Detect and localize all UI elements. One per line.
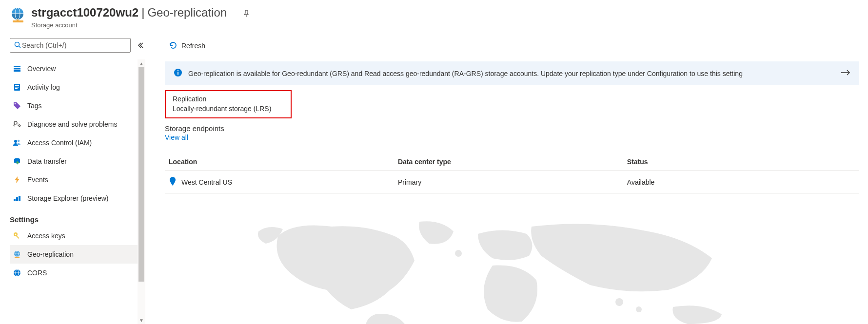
refresh-icon: [169, 41, 178, 51]
col-status: Status: [623, 153, 859, 171]
search-input[interactable]: [21, 41, 126, 50]
locations-table: Location Data center type Status West Ce…: [165, 153, 859, 193]
resource-type: Storage account: [31, 21, 227, 29]
col-dc-type: Data center type: [394, 153, 623, 171]
sidebar-item-diagnose[interactable]: Diagnose and solve problems: [10, 115, 145, 133]
storage-explorer-icon: [13, 194, 21, 203]
view-all-link[interactable]: View all: [165, 133, 859, 141]
sidebar-item-data-transfer[interactable]: Data transfer: [10, 152, 145, 171]
svg-point-36: [615, 298, 623, 306]
data-transfer-icon: [13, 157, 21, 166]
collapse-sidebar-button[interactable]: [136, 40, 145, 50]
col-location: Location: [165, 153, 394, 171]
sidebar-item-activity-log[interactable]: Activity log: [10, 78, 145, 96]
info-banner-text: Geo-replication is available for Geo-red…: [188, 70, 743, 77]
title-separator: |: [138, 6, 147, 19]
svg-point-38: [455, 250, 462, 257]
svg-point-16: [14, 140, 17, 143]
sidebar-item-label: Storage Explorer (preview): [27, 194, 109, 202]
sidebar-item-label: Diagnose and solve problems: [27, 120, 117, 128]
blade-header: strgacct100720wu2 | Geo-replication Stor…: [0, 0, 868, 33]
sidebar-nav: Overview Activity log Tags Diagnose and …: [10, 59, 145, 282]
svg-point-17: [18, 140, 20, 142]
svg-point-15: [14, 121, 17, 124]
globe-icon: [10, 7, 26, 23]
sidebar-item-cors[interactable]: CORS: [10, 264, 145, 282]
svg-rect-8: [14, 68, 20, 70]
sidebar: Overview Activity log Tags Diagnose and …: [0, 36, 145, 324]
events-icon: [13, 175, 21, 184]
sidebar-item-events[interactable]: Events: [10, 171, 145, 189]
svg-rect-4: [17, 19, 19, 21]
scroll-down-icon[interactable]: ▼: [138, 316, 145, 324]
sidebar-item-label: Access Control (IAM): [27, 139, 92, 147]
info-icon: [174, 68, 182, 78]
svg-point-23: [15, 234, 17, 235]
replication-value: Locally-redundant storage (LRS): [173, 105, 284, 113]
sidebar-scrollbar[interactable]: ▲ ▼: [138, 59, 145, 324]
svg-point-5: [15, 42, 20, 46]
refresh-label: Refresh: [181, 42, 205, 50]
refresh-button[interactable]: Refresh: [165, 39, 209, 53]
resource-name: strgacct100720wu2: [31, 6, 138, 19]
geo-replication-icon: [13, 250, 21, 259]
sidebar-item-label: Tags: [27, 102, 42, 110]
svg-rect-33: [178, 72, 178, 75]
svg-point-34: [178, 70, 178, 71]
info-banner: Geo-replication is available for Geo-red…: [165, 61, 859, 85]
sidebar-item-label: Overview: [27, 65, 56, 73]
svg-rect-12: [15, 87, 19, 88]
pin-button[interactable]: [240, 8, 252, 19]
table-row[interactable]: West Central US Primary Available: [165, 171, 859, 193]
sidebar-item-label: Events: [27, 176, 48, 184]
svg-rect-11: [15, 85, 19, 86]
sidebar-item-label: Data transfer: [27, 157, 67, 165]
access-keys-icon: [13, 231, 21, 240]
svg-point-37: [636, 306, 642, 312]
toolbar: Refresh: [165, 36, 859, 56]
diagnose-icon: [13, 120, 21, 129]
search-input-wrapper[interactable]: [10, 38, 131, 53]
sidebar-item-tags[interactable]: Tags: [10, 96, 145, 115]
sidebar-item-label: Access keys: [27, 232, 65, 240]
svg-rect-13: [15, 88, 18, 89]
svg-rect-24: [16, 235, 20, 239]
sidebar-item-geo-replication[interactable]: Geo-replication: [10, 245, 145, 264]
row-location: West Central US: [181, 178, 232, 186]
svg-rect-9: [14, 70, 20, 72]
row-status: Available: [623, 171, 859, 193]
sidebar-item-overview[interactable]: Overview: [10, 59, 145, 78]
row-dc-type: Primary: [394, 171, 623, 193]
blade-title: Geo-replication: [147, 6, 227, 19]
sidebar-item-label: Geo-replication: [27, 250, 74, 258]
svg-rect-19: [14, 199, 16, 201]
replication-highlight-box: Replication Locally-redundant storage (L…: [165, 90, 292, 118]
svg-rect-20: [16, 197, 18, 201]
main-content: Refresh Geo-replication is available for…: [145, 36, 868, 324]
overview-icon: [13, 64, 21, 73]
svg-rect-21: [19, 196, 20, 201]
tags-icon: [13, 101, 21, 110]
scroll-up-icon[interactable]: ▲: [138, 59, 145, 67]
sidebar-item-label: Activity log: [27, 83, 60, 91]
header-title-block: strgacct100720wu2 | Geo-replication Stor…: [31, 6, 227, 29]
sidebar-item-access-keys[interactable]: Access keys: [10, 227, 145, 245]
replication-label: Replication: [173, 95, 284, 103]
scrollbar-thumb[interactable]: [138, 67, 144, 282]
world-map: [165, 193, 859, 324]
svg-rect-7: [14, 66, 20, 67]
svg-point-14: [15, 103, 16, 105]
sidebar-item-label: CORS: [27, 269, 47, 277]
sidebar-group-settings: Settings: [10, 208, 145, 227]
storage-endpoints-label: Storage endpoints: [165, 124, 859, 133]
search-icon: [14, 41, 21, 50]
svg-line-6: [19, 46, 21, 48]
activity-log-icon: [13, 83, 21, 92]
access-control-icon: [13, 138, 21, 147]
sidebar-item-storage-explorer[interactable]: Storage Explorer (preview): [10, 189, 145, 208]
svg-rect-28: [15, 257, 20, 258]
cors-icon: [13, 268, 21, 277]
location-pin-icon: [169, 177, 177, 187]
info-banner-arrow-link[interactable]: [841, 68, 850, 78]
sidebar-item-access-control[interactable]: Access Control (IAM): [10, 133, 145, 152]
